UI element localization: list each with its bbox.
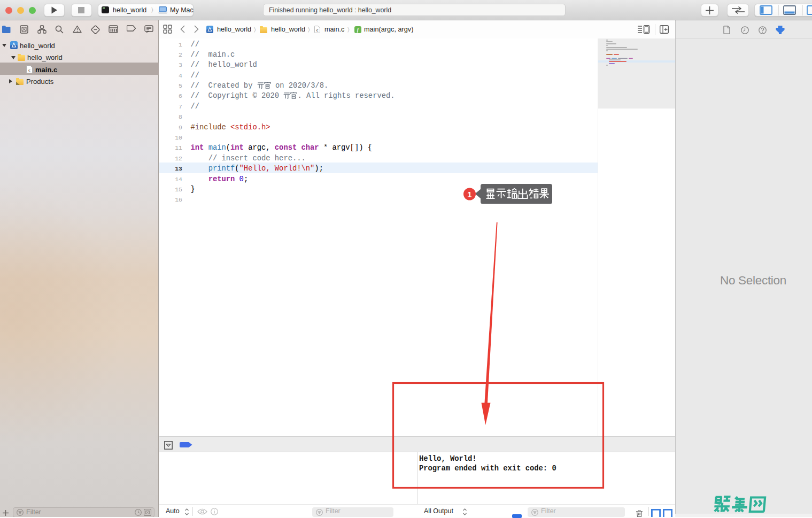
svg-text:c: c [316, 28, 319, 33]
svg-text:c: c [28, 67, 30, 73]
